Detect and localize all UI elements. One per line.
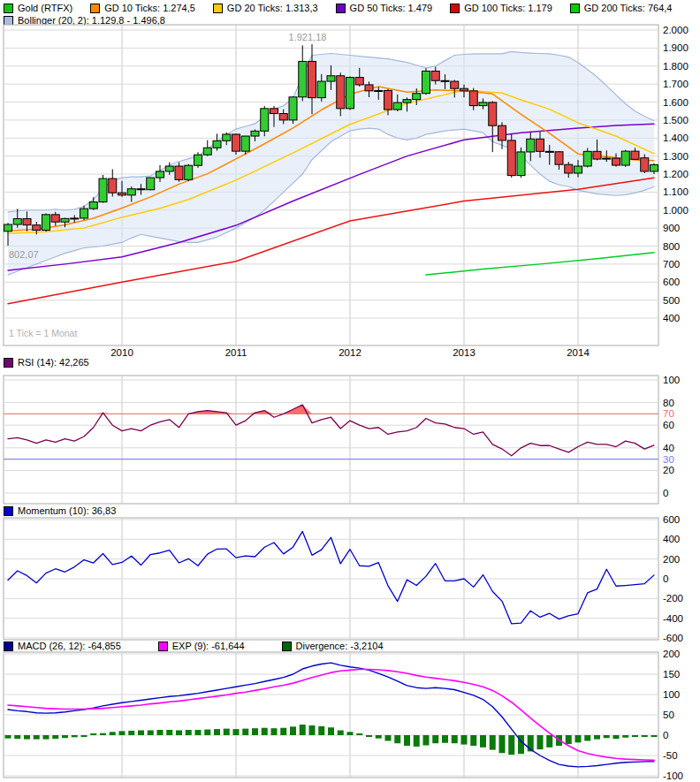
y-tick-label: 100 xyxy=(663,689,680,700)
candle-body xyxy=(89,202,97,209)
momentum-panel[interactable]: 6004002000-200-400-600 xyxy=(4,514,683,643)
y-tick-label: 0 xyxy=(663,730,668,740)
candle-body xyxy=(583,151,591,166)
candle-body xyxy=(603,158,611,159)
y-tick-label: 1.100 xyxy=(663,186,689,197)
candle-body xyxy=(80,209,88,218)
macd-panel[interactable]: 200150100500-50-100 xyxy=(4,649,683,781)
candle-body xyxy=(651,164,658,171)
y-tick-label: 30 xyxy=(663,454,674,465)
candle-body xyxy=(422,71,430,93)
peak-price-annotation: 1.921,18 xyxy=(289,32,327,42)
candle-body xyxy=(545,151,553,152)
y-tick-label: 1.900 xyxy=(663,42,689,53)
candle-body xyxy=(13,219,21,225)
y-tick-label: 1.500 xyxy=(663,115,689,125)
candle-body xyxy=(565,164,573,173)
y-tick-label: 40 xyxy=(663,443,674,453)
y-tick-label: 600 xyxy=(663,514,680,525)
candle-body xyxy=(308,61,316,97)
y-tick-label: 1.300 xyxy=(663,151,689,162)
y-tick-label: 200 xyxy=(663,649,680,659)
candle-body xyxy=(261,109,269,131)
y-tick-label: 500 xyxy=(663,295,680,306)
x-year-label: 2012 xyxy=(339,347,361,358)
candle-body xyxy=(147,178,155,190)
y-tick-label: 60 xyxy=(663,420,674,430)
y-tick-label: -50 xyxy=(663,750,678,761)
candle-body xyxy=(317,81,325,98)
candle-body xyxy=(165,166,173,171)
candle-body xyxy=(479,102,487,106)
candle-body xyxy=(137,189,145,190)
candle-body xyxy=(185,165,193,179)
candle-body xyxy=(99,178,107,201)
candle-body xyxy=(23,219,31,225)
y-tick-label: 0 xyxy=(663,488,668,498)
candle-body xyxy=(403,100,411,102)
candle-body xyxy=(71,218,79,219)
chart-window: Gold (RTFX)GD 10 Ticks: 1.274,5GD 20 Tic… xyxy=(0,0,700,782)
y-tick-label: 1.700 xyxy=(663,79,689,89)
candle-body xyxy=(612,158,620,165)
y-tick-label: 700 xyxy=(663,259,680,270)
candle-body xyxy=(33,225,41,231)
candle-body xyxy=(441,80,449,81)
y-tick-label: 1.400 xyxy=(663,133,689,143)
candle-body xyxy=(61,218,69,222)
candle-body xyxy=(413,94,421,100)
candle-body xyxy=(489,102,497,125)
charts-canvas[interactable]: 1.921,18802,071 Tick = 1 Monat2.0001.900… xyxy=(0,0,700,782)
candle-body xyxy=(194,155,202,165)
y-tick-label: -200 xyxy=(663,593,683,604)
candle-body xyxy=(555,152,563,164)
y-tick-label: 600 xyxy=(663,277,680,287)
candle-body xyxy=(384,90,392,110)
low-price-annotation: 802,07 xyxy=(9,249,39,260)
candle-body xyxy=(365,85,373,91)
candle-body xyxy=(507,140,515,176)
candle-body xyxy=(536,139,544,151)
candle-body xyxy=(327,76,335,81)
y-tick-label: 2.000 xyxy=(663,25,689,35)
y-tick-label: 150 xyxy=(663,669,680,680)
candle-body xyxy=(270,109,278,114)
candle-body xyxy=(156,171,164,178)
x-year-label: 2013 xyxy=(453,347,476,358)
candle-body xyxy=(527,139,535,152)
candle-body xyxy=(51,215,59,222)
x-year-label: 2010 xyxy=(110,347,133,358)
candle-body xyxy=(460,88,468,91)
candle-body xyxy=(631,151,639,159)
candle-body xyxy=(641,158,649,171)
candle-body xyxy=(251,131,259,136)
candle-body xyxy=(451,81,459,88)
y-tick-label: 100 xyxy=(663,375,680,385)
y-tick-label: 80 xyxy=(663,398,674,408)
candle-body xyxy=(203,148,211,155)
candle-body xyxy=(355,78,363,85)
y-tick-label: 20 xyxy=(663,465,674,475)
candle-body xyxy=(213,140,221,148)
y-tick-label: 1.000 xyxy=(663,205,689,216)
candle-body xyxy=(241,136,249,151)
y-tick-label: 800 xyxy=(663,241,680,252)
candle-body xyxy=(289,97,297,120)
x-year-label: 2011 xyxy=(225,347,247,358)
candle-body xyxy=(393,102,401,110)
y-tick-label: -400 xyxy=(663,613,683,624)
rsi-panel[interactable]: 1008070604030200 xyxy=(4,375,680,504)
y-tick-label: -600 xyxy=(663,633,683,643)
candle-body xyxy=(223,134,231,140)
candle-body xyxy=(498,125,506,140)
price-panel[interactable]: 1.921,18802,071 Tick = 1 Monat2.0001.900… xyxy=(4,25,689,358)
y-tick-label: 1.800 xyxy=(663,61,689,72)
candle-body xyxy=(469,91,477,106)
candle-body xyxy=(337,76,345,109)
candle-body xyxy=(517,152,525,176)
candle-body xyxy=(118,193,126,195)
candle-body xyxy=(299,61,307,96)
candle-body xyxy=(574,166,582,173)
candle-body xyxy=(4,224,12,232)
y-tick-label: -100 xyxy=(663,771,683,781)
